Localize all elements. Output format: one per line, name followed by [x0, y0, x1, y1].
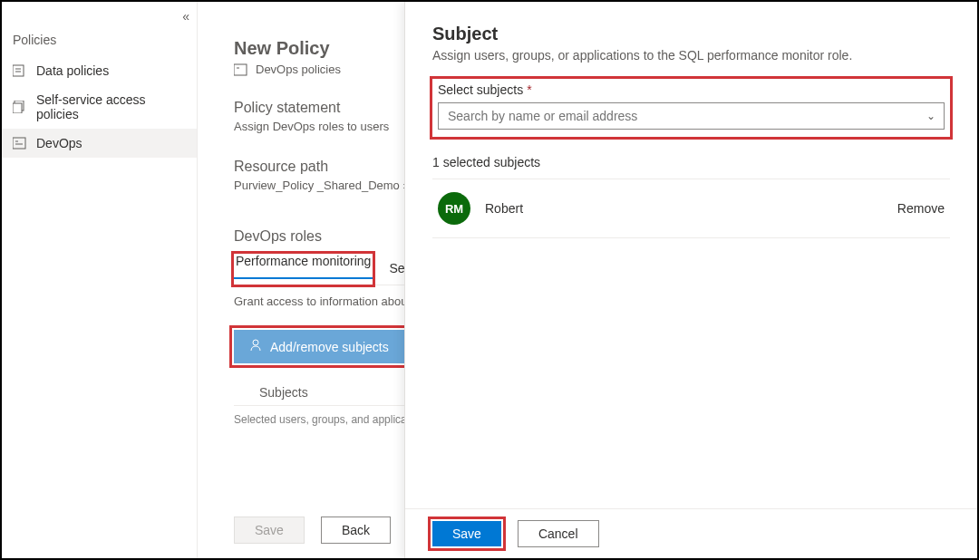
save-button-main: Save — [234, 517, 305, 544]
save-button[interactable]: Save — [432, 521, 501, 546]
search-subjects-wrap: ⌄ — [438, 102, 945, 130]
back-button[interactable]: Back — [321, 517, 391, 544]
policy-icon — [234, 63, 248, 76]
sidebar-item-label: DevOps — [36, 136, 82, 150]
tab-performance-monitoring[interactable]: Performance monitoring — [234, 246, 373, 279]
sidebar-item-devops[interactable]: DevOps — [2, 129, 197, 158]
remove-subject-link[interactable]: Remove — [897, 201, 945, 216]
document-icon — [13, 64, 27, 77]
policies-sidebar: « Policies Data policies Self-service ac… — [2, 2, 198, 558]
subject-name: Robert — [485, 201, 897, 216]
svg-rect-4 — [13, 103, 22, 113]
sidebar-collapse-icon[interactable]: « — [2, 9, 197, 29]
add-remove-subjects-label: Add/remove subjects — [270, 340, 389, 354]
sidebar-item-label: Self-service access policies — [36, 92, 186, 121]
cancel-button[interactable]: Cancel — [518, 520, 599, 547]
add-remove-subjects-button[interactable]: Add/remove subjects — [234, 330, 405, 363]
avatar: RM — [438, 192, 470, 225]
sidebar-item-label: Data policies — [36, 63, 109, 78]
person-icon — [250, 339, 263, 354]
devops-icon — [13, 137, 27, 150]
panel-title: Subject — [432, 24, 950, 44]
required-asterisk: * — [527, 82, 531, 97]
svg-rect-5 — [13, 138, 25, 149]
documents-icon — [13, 101, 27, 113]
panel-footer: Save Cancel — [405, 508, 977, 558]
search-subjects-input[interactable] — [438, 102, 945, 130]
chevron-down-icon[interactable]: ⌄ — [926, 110, 935, 122]
svg-rect-0 — [13, 65, 24, 76]
sidebar-item-self-service[interactable]: Self-service access policies — [2, 85, 197, 129]
subject-panel: Subject Assign users, groups, or applica… — [404, 2, 977, 558]
subject-row: RM Robert Remove — [432, 179, 950, 238]
selected-subjects-list: RM Robert Remove — [432, 179, 950, 238]
main-footer: Save Back — [234, 517, 391, 544]
panel-subtitle: Assign users, groups, or applications to… — [432, 48, 950, 63]
sidebar-item-data-policies[interactable]: Data policies — [2, 56, 197, 85]
svg-rect-8 — [234, 64, 247, 75]
select-subjects-label: Select subjects* — [438, 82, 945, 97]
selected-subjects-count: 1 selected subjects — [432, 155, 950, 169]
svg-point-10 — [253, 340, 258, 345]
breadcrumb-text: DevOps policies — [256, 63, 341, 76]
sidebar-title: Policies — [2, 29, 197, 56]
